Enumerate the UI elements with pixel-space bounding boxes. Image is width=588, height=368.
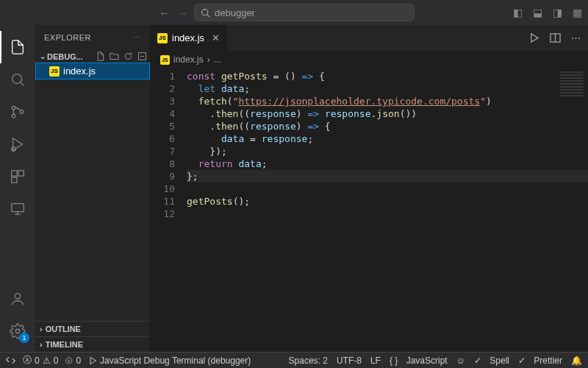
layout-sidebar-left-icon[interactable]: ◧ — [513, 7, 523, 18]
timeline-label: TIMELINE — [46, 340, 83, 349]
problems-indicator[interactable]: ⓧ0 ⚠0 — [23, 354, 58, 367]
svg-rect-8 — [12, 171, 17, 176]
svg-point-6 — [20, 110, 24, 114]
chevron-right-icon: › — [40, 340, 43, 349]
svg-rect-11 — [12, 204, 24, 212]
activity-run-debug[interactable] — [0, 128, 35, 160]
workspace-folder[interactable]: ⌄ DEBUG... — [35, 50, 150, 63]
prettier[interactable]: ✓ Prettier — [518, 355, 562, 366]
eol[interactable]: LF — [370, 355, 381, 366]
tab-indexjs[interactable]: JS index.js ✕ — [150, 25, 228, 51]
encoding[interactable]: UTF-8 — [337, 355, 362, 366]
check-icon: ✓ — [474, 355, 481, 366]
search-text: debugger — [215, 7, 255, 18]
debug-icon — [88, 356, 97, 365]
spell-check[interactable]: ✓ Spell — [474, 355, 509, 366]
javascript-icon: JS — [157, 33, 168, 43]
svg-line-3 — [21, 82, 24, 86]
nav-back-icon[interactable]: ← — [159, 7, 170, 19]
javascript-icon: JS — [49, 66, 60, 77]
svg-line-1 — [207, 14, 209, 16]
settings-badge: 1 — [19, 333, 29, 343]
editor-tabs: JS index.js ✕ ⋯ — [150, 25, 588, 51]
svg-point-0 — [202, 9, 208, 15]
activity-source-control[interactable] — [0, 96, 35, 128]
svg-point-5 — [12, 114, 15, 118]
layout-customize-icon[interactable]: ▦ — [573, 7, 582, 18]
svg-rect-10 — [12, 177, 17, 183]
editor-area: JS index.js ✕ ⋯ JS index.js › ... 123456… — [150, 25, 588, 352]
activitybar: 1 — [0, 25, 35, 352]
activity-settings[interactable]: 1 — [0, 315, 35, 347]
language-mode[interactable]: { } JavaScript — [390, 355, 448, 366]
remote-indicator[interactable] — [6, 355, 15, 365]
radio-icon: ⦾ — [65, 355, 73, 366]
check-icon: ✓ — [518, 355, 526, 366]
ports-indicator[interactable]: ⦾0 — [65, 355, 81, 366]
debug-target[interactable]: JavaScript Debug Terminal (debugger) — [88, 355, 251, 366]
svg-rect-9 — [18, 171, 24, 176]
svg-point-2 — [12, 74, 22, 84]
activity-extensions[interactable] — [0, 160, 35, 193]
timeline-section[interactable]: › TIMELINE — [35, 336, 150, 352]
explorer-sidebar: EXPLORER ⋯ ⌄ DEBUG... JS index.js › OUTL… — [35, 25, 150, 352]
new-folder-icon[interactable] — [110, 52, 119, 61]
collapse-icon[interactable] — [137, 52, 147, 61]
layout-panel-icon[interactable]: ⬓ — [533, 7, 542, 18]
svg-point-4 — [12, 106, 15, 110]
code-editor[interactable]: 123456789101112 const getPosts = () => {… — [150, 68, 588, 352]
run-file-icon[interactable] — [528, 32, 539, 43]
activity-account[interactable] — [0, 283, 35, 315]
layout-sidebar-right-icon[interactable]: ◨ — [553, 7, 562, 18]
braces-icon: { } — [390, 355, 398, 366]
chevron-down-icon: ⌄ — [40, 52, 46, 60]
breadcrumb-rest: ... — [214, 54, 221, 65]
editor-more-icon[interactable]: ⋯ — [571, 32, 581, 43]
breadcrumb-file: index.js — [173, 54, 204, 65]
feedback-icon[interactable]: ☺ — [456, 355, 465, 366]
warning-icon: ⚠ — [43, 355, 51, 366]
command-center-search[interactable]: debugger — [194, 4, 415, 21]
activity-explorer[interactable] — [0, 31, 35, 63]
outline-label: OUTLINE — [46, 325, 81, 333]
activity-search[interactable] — [0, 63, 35, 96]
sidebar-more-icon[interactable]: ⋯ — [133, 33, 142, 43]
file-label: index.js — [63, 66, 96, 77]
line-gutter: 123456789101112 — [150, 70, 187, 352]
notifications-icon[interactable]: 🔔 — [571, 355, 582, 366]
close-icon[interactable]: ✕ — [212, 32, 220, 43]
code-content[interactable]: const getPosts = () => { let data; fetch… — [187, 70, 588, 352]
split-editor-icon[interactable] — [550, 32, 561, 43]
activity-remote[interactable] — [0, 193, 35, 225]
nav-forward-icon[interactable]: → — [177, 7, 188, 19]
javascript-icon: JS — [160, 55, 170, 65]
file-item-indexjs[interactable]: JS index.js — [35, 63, 150, 79]
breadcrumb-separator: › — [207, 54, 210, 65]
outline-section[interactable]: › OUTLINE — [35, 321, 150, 336]
indentation[interactable]: Spaces: 2 — [289, 355, 328, 366]
error-icon: ⓧ — [23, 354, 32, 367]
new-file-icon[interactable] — [96, 52, 105, 61]
titlebar: ← → debugger ◧ ⬓ ◨ ▦ — [0, 0, 588, 25]
minimap[interactable] — [557, 70, 587, 99]
svg-point-14 — [15, 294, 20, 299]
refresh-icon[interactable] — [123, 52, 133, 61]
search-icon — [201, 8, 210, 18]
tab-label: index.js — [172, 32, 204, 43]
breadcrumb[interactable]: JS index.js › ... — [150, 51, 588, 68]
sidebar-title: EXPLORER — [44, 33, 91, 42]
chevron-right-icon: › — [40, 325, 43, 333]
svg-point-15 — [15, 329, 20, 333]
folder-label: DEBUG... — [47, 52, 96, 61]
statusbar: ⓧ0 ⚠0 ⦾0 JavaScript Debug Terminal (debu… — [0, 352, 588, 368]
